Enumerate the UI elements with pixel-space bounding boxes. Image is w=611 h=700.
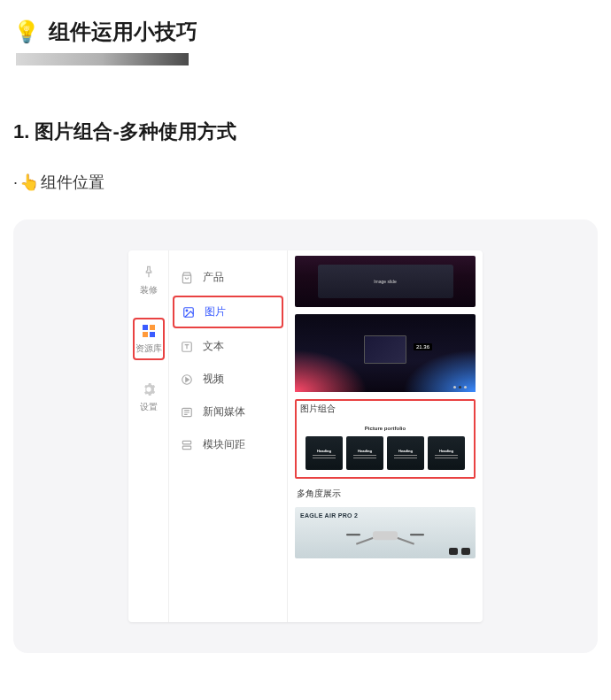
brush-icon xyxy=(141,265,157,281)
preview-area: Image slide 21.36 图片组合 Picture portfolio xyxy=(288,250,483,622)
svg-rect-10 xyxy=(182,446,190,450)
section-heading: 1. 图片组合-多种使用方式 xyxy=(13,119,598,145)
portfolio-card[interactable]: Heading xyxy=(306,436,343,470)
preview-portfolio[interactable]: 图片组合 Picture portfolio Heading Heading xyxy=(295,399,476,479)
spacing-icon xyxy=(180,438,194,452)
svg-rect-9 xyxy=(182,441,190,444)
nav-label: 装修 xyxy=(140,284,158,296)
subpoint-text: 组件位置 xyxy=(41,172,104,193)
nav-decorate[interactable]: 装修 xyxy=(138,261,159,300)
menu-list: 产品 图片 文本 视频 xyxy=(169,250,288,622)
menu-label: 新闻媒体 xyxy=(203,404,245,419)
title-underline xyxy=(16,53,189,65)
subpoint-bullet: · xyxy=(13,173,18,192)
news-icon xyxy=(180,405,194,419)
menu-label: 模块间距 xyxy=(203,437,245,452)
portfolio-card[interactable]: Heading xyxy=(387,436,424,470)
portfolio-card[interactable]: Heading xyxy=(346,436,383,470)
gear-icon xyxy=(141,381,157,397)
screenshot-container: 装修 资源库 设置 产品 xyxy=(13,219,598,653)
clock-display: 21.36 xyxy=(414,343,432,350)
nav-settings[interactable]: 设置 xyxy=(138,378,159,417)
image-icon xyxy=(182,305,196,319)
laptop-text: Image slide xyxy=(374,279,397,284)
text-icon xyxy=(180,340,194,354)
carousel-dots[interactable] xyxy=(453,386,467,388)
svg-rect-1 xyxy=(150,325,155,330)
point-down-icon: 👆 xyxy=(19,173,39,192)
menu-product[interactable]: 产品 xyxy=(169,261,287,294)
page-title: 组件运用小技巧 xyxy=(49,18,197,46)
svg-rect-0 xyxy=(143,325,148,330)
drone-accessory-icon xyxy=(449,548,458,555)
menu-image[interactable]: 图片 xyxy=(173,296,283,328)
app-panel: 装修 资源库 设置 产品 xyxy=(128,250,483,622)
nav-label: 设置 xyxy=(140,401,158,413)
menu-label: 视频 xyxy=(203,372,224,387)
drone-title: EAGLE AIR PRO 2 xyxy=(300,512,470,519)
menu-text[interactable]: 文本 xyxy=(169,330,287,363)
svg-rect-3 xyxy=(150,332,155,337)
portfolio-card[interactable]: Heading xyxy=(428,436,465,470)
preview-drone[interactable]: EAGLE AIR PRO 2 xyxy=(295,507,476,558)
portfolio-title: Picture portfolio xyxy=(306,426,465,431)
portfolio-section-label: 图片组合 xyxy=(298,403,472,415)
grid-icon xyxy=(141,323,157,339)
multi-angle-label: 多角度展示 xyxy=(295,488,476,500)
menu-news[interactable]: 新闻媒体 xyxy=(169,396,287,428)
bulb-icon: 💡 xyxy=(13,19,40,44)
svg-point-5 xyxy=(186,310,188,312)
preview-rgb-desk[interactable]: 21.36 xyxy=(295,314,476,392)
menu-label: 图片 xyxy=(205,304,226,319)
nav-label: 资源库 xyxy=(135,342,162,355)
svg-rect-2 xyxy=(143,332,148,337)
menu-label: 文本 xyxy=(203,339,224,354)
menu-label: 产品 xyxy=(203,270,224,285)
left-nav: 装修 资源库 设置 xyxy=(128,250,169,622)
preview-laptop[interactable]: Image slide xyxy=(295,256,476,307)
menu-video[interactable]: 视频 xyxy=(169,363,287,396)
play-icon xyxy=(180,373,194,387)
drone-icon xyxy=(350,524,421,549)
menu-spacing[interactable]: 模块间距 xyxy=(169,428,287,461)
subpoint: · 👆 组件位置 xyxy=(13,172,598,193)
nav-library[interactable]: 资源库 xyxy=(133,318,165,360)
bag-icon xyxy=(180,271,194,285)
drone-accessory-icon xyxy=(461,548,470,555)
